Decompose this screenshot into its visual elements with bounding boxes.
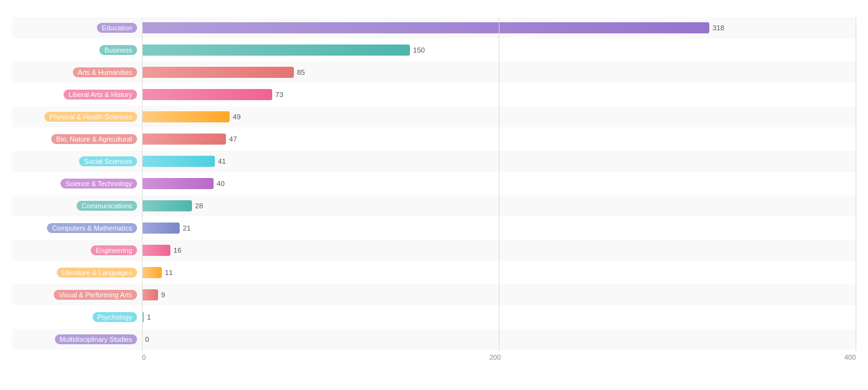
bar-track: 49 — [142, 106, 856, 127]
bar-row: Bio, Nature & Agricultural 47 — [12, 129, 856, 150]
bar-fill — [142, 245, 170, 256]
bar-fill — [142, 200, 192, 211]
bar-track: 41 — [142, 151, 856, 172]
label-pill: Visual & Performing Arts — [54, 290, 137, 300]
bar-row: Communications 28 — [12, 195, 856, 216]
label-pill: Physical & Health Sciences — [44, 112, 137, 122]
x-axis: 0200400 — [12, 354, 856, 361]
bar-value: 16 — [173, 247, 182, 254]
label-pill: Bio, Nature & Agricultural — [51, 134, 137, 144]
bar-label: Science & Technology — [12, 179, 142, 189]
bar-value: 11 — [165, 269, 173, 276]
chart-container: Education 318 Business 150 Arts & Humani… — [0, 0, 868, 390]
bar-value: 28 — [195, 202, 203, 210]
bar-track: 73 — [142, 84, 856, 105]
bar-fill — [142, 67, 294, 78]
bar-track: 150 — [142, 40, 856, 61]
bar-label: Literature & Languages — [12, 268, 142, 278]
bar-value: 1 — [147, 313, 151, 321]
bar-value: 9 — [161, 291, 165, 299]
bar-value: 318 — [712, 24, 724, 32]
bar-track: 28 — [142, 195, 856, 216]
bar-value: 0 — [145, 336, 149, 343]
bar-track: 9 — [142, 284, 856, 305]
bar-value: 47 — [229, 135, 237, 143]
bar-row: Social Sciences 41 — [12, 151, 856, 172]
bar-track: 85 — [142, 62, 856, 83]
bar-value: 150 — [413, 46, 425, 54]
bar-label: Business — [12, 45, 142, 55]
bar-fill — [142, 22, 709, 33]
bar-track: 11 — [142, 262, 856, 283]
bar-label: Communications — [12, 201, 142, 211]
bar-row: Education 318 — [12, 17, 856, 38]
bar-value: 85 — [297, 69, 305, 76]
x-axis-label: 400 — [845, 354, 856, 361]
bar-value: 41 — [218, 158, 226, 165]
label-pill: Psychology — [93, 312, 137, 322]
bar-row: Psychology 1 — [12, 307, 856, 328]
bar-track: 40 — [142, 173, 856, 194]
bar-fill — [142, 312, 144, 323]
bar-track: 21 — [142, 218, 856, 239]
bar-track: 16 — [142, 240, 856, 261]
bar-track: 318 — [142, 17, 856, 38]
bar-fill — [142, 223, 180, 234]
bar-row: Liberal Arts & History 73 — [12, 84, 856, 105]
bar-row: Multidisciplinary Studies 0 — [12, 329, 856, 350]
chart-area: Education 318 Business 150 Arts & Humani… — [12, 17, 856, 339]
bar-row: Engineering 16 — [12, 240, 856, 261]
grid-line — [856, 17, 856, 351]
label-pill: Multidisciplinary Studies — [55, 334, 137, 344]
bar-row: Arts & Humanities 85 — [12, 62, 856, 83]
bar-label: Engineering — [12, 245, 142, 255]
bar-row: Literature & Languages 11 — [12, 262, 856, 283]
label-pill: Social Sciences — [79, 156, 137, 166]
bar-label: Multidisciplinary Studies — [12, 334, 142, 344]
label-pill: Arts & Humanities — [73, 67, 137, 77]
label-pill: Education — [97, 23, 137, 33]
label-pill: Literature & Languages — [57, 268, 137, 278]
x-axis-label: 0 — [142, 354, 146, 361]
bar-label: Arts & Humanities — [12, 67, 142, 77]
label-pill: Computers & Mathematics — [47, 223, 137, 233]
bar-value: 21 — [183, 224, 191, 232]
bar-row: Visual & Performing Arts 9 — [12, 284, 856, 305]
bar-row: Business 150 — [12, 40, 856, 61]
bar-fill — [142, 156, 215, 167]
bar-value: 73 — [275, 91, 283, 98]
bars-section: Education 318 Business 150 Arts & Humani… — [12, 17, 856, 351]
bar-row: Physical & Health Sciences 49 — [12, 106, 856, 127]
label-pill: Communications — [77, 201, 137, 211]
label-pill: Business — [99, 45, 137, 55]
bar-fill — [142, 134, 226, 145]
bar-row: Computers & Mathematics 21 — [12, 218, 856, 239]
bar-label: Computers & Mathematics — [12, 223, 142, 233]
bar-fill — [142, 267, 162, 278]
bar-track: 0 — [142, 329, 856, 350]
bar-fill — [142, 89, 272, 100]
bar-label: Social Sciences — [12, 156, 142, 166]
bar-fill — [142, 289, 158, 300]
bar-label: Physical & Health Sciences — [12, 112, 142, 122]
bar-row: Science & Technology 40 — [12, 173, 856, 194]
bar-label: Liberal Arts & History — [12, 90, 142, 100]
bar-label: Visual & Performing Arts — [12, 290, 142, 300]
bar-fill — [142, 111, 230, 122]
bar-label: Education — [12, 23, 142, 33]
label-pill: Engineering — [91, 245, 137, 255]
bar-fill — [142, 45, 410, 56]
bar-label: Bio, Nature & Agricultural — [12, 134, 142, 144]
x-axis-label: 200 — [490, 354, 501, 361]
bar-value: 49 — [233, 113, 241, 121]
bar-label: Psychology — [12, 312, 142, 322]
x-axis-labels: 0200400 — [142, 354, 856, 361]
label-pill: Science & Technology — [61, 179, 137, 189]
bar-value: 40 — [217, 180, 225, 187]
label-pill: Liberal Arts & History — [64, 90, 137, 100]
bar-track: 47 — [142, 129, 856, 150]
bar-fill — [142, 178, 214, 189]
bar-track: 1 — [142, 307, 856, 328]
